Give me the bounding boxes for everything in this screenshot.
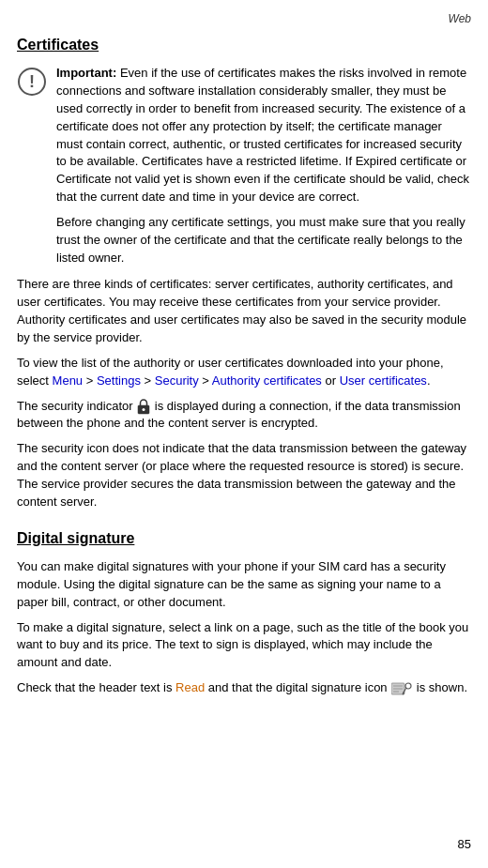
certificates-title: Certificates xyxy=(17,35,471,55)
page-header-title: Web xyxy=(449,12,471,25)
svg-text:!: ! xyxy=(29,72,35,91)
certificates-note-text: Important: Even if the use of certificat… xyxy=(56,65,471,266)
digital-sig-body2: To make a digital signature, select a li… xyxy=(17,619,471,673)
user-certificates-link[interactable]: User certificates xyxy=(340,373,427,388)
certificates-body2: To view the list of the authority or use… xyxy=(17,355,471,390)
certificates-body4: The security icon does not indicate that… xyxy=(17,440,471,510)
digital-signature-title: Digital signature xyxy=(17,528,471,549)
certificates-note-block: ! Important: Even if the use of certific… xyxy=(17,65,471,266)
digital-signature-section: Digital signature You can make digital s… xyxy=(17,528,471,697)
security-link[interactable]: Security xyxy=(155,373,199,388)
digital-sig-body3: Check that the header text is Read and t… xyxy=(17,679,471,697)
page-container: Web Certificates ! Important: Even if th… xyxy=(0,0,488,868)
digital-signature-icon xyxy=(391,681,412,696)
svg-line-11 xyxy=(403,693,404,694)
svg-point-3 xyxy=(143,408,145,411)
important-label: Important: xyxy=(56,66,116,80)
certificates-note-para1: Important: Even if the use of certificat… xyxy=(56,65,471,206)
authority-certificates-link[interactable]: Authority certificates xyxy=(212,373,322,388)
lock-icon xyxy=(137,399,150,415)
settings-link[interactable]: Settings xyxy=(97,373,141,388)
svg-point-8 xyxy=(405,683,411,689)
certificates-body3: The security indicator is displayed duri… xyxy=(17,398,471,434)
certificates-body1: There are three kinds of certificates: s… xyxy=(17,276,471,346)
page-number: 85 xyxy=(458,836,471,853)
menu-link[interactable]: Menu xyxy=(53,373,84,388)
top-bar: Web xyxy=(17,11,471,27)
certificates-note-para2: Before changing any certificate settings… xyxy=(56,214,471,267)
read-link[interactable]: Read xyxy=(175,680,205,694)
digital-sig-body1: You can make digital signatures with you… xyxy=(17,558,471,612)
note-icon: ! xyxy=(17,67,47,97)
certificates-section: Certificates ! Important: Even if the us… xyxy=(17,35,471,511)
